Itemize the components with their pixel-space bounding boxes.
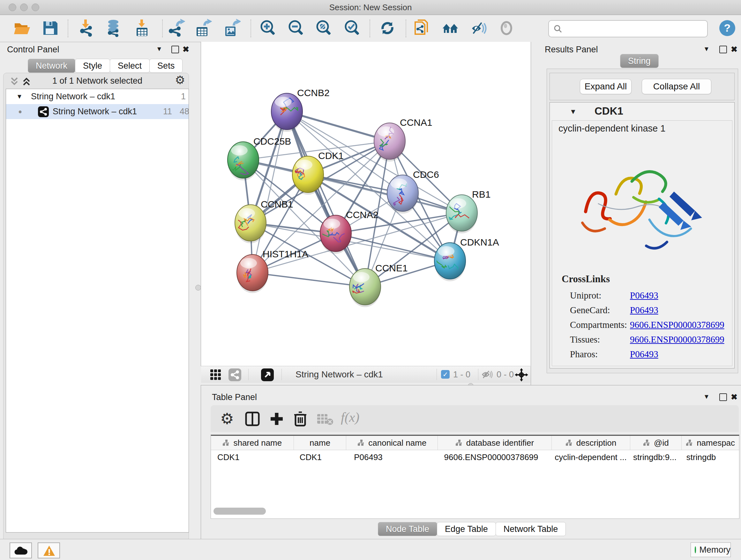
zoom-fit-icon[interactable] <box>314 19 333 37</box>
tab-network[interactable]: Network <box>28 59 75 73</box>
svg-text:CCNA1: CCNA1 <box>400 117 432 128</box>
zoom-selected-icon[interactable] <box>343 19 361 37</box>
pharos-link[interactable]: P06493 <box>630 349 658 359</box>
left-splitter-handle[interactable] <box>195 285 201 291</box>
warnings-button[interactable] <box>38 543 60 558</box>
export-network-icon[interactable] <box>166 19 185 37</box>
table-panel-close-icon[interactable]: ✖ <box>731 392 738 401</box>
crosslink-row: Compartments:9606.ENSP00000378699 <box>570 317 724 332</box>
search-input[interactable] <box>548 20 708 37</box>
memory-label: Memory <box>699 545 731 555</box>
pan-crosshair-icon[interactable] <box>515 368 529 383</box>
gene-description: cyclin-dependent kinase 1 <box>558 123 665 134</box>
node-table: shared name name canonical name database… <box>211 435 739 519</box>
hidden-count: 0 - 0 <box>496 370 514 380</box>
crosslinks-title: CrossLinks <box>562 273 610 285</box>
tissues-link[interactable]: 9606.ENSP00000378699 <box>630 334 724 345</box>
network-share-icon[interactable] <box>228 368 241 382</box>
compartments-link[interactable]: 9606.ENSP00000378699 <box>630 320 724 330</box>
highlight-icon[interactable] <box>497 19 516 37</box>
delete-column-icon[interactable] <box>293 411 308 428</box>
control-panel-menu-icon[interactable]: ▼ <box>156 45 162 53</box>
zoom-in-icon[interactable] <box>259 19 277 37</box>
table-row[interactable]: CDK1 CDK1 P06493 9606.ENSP00000378699 cy… <box>211 450 739 464</box>
network-options-gear-icon[interactable]: ⚙ <box>175 73 185 87</box>
refresh-icon[interactable] <box>378 19 397 37</box>
column-header[interactable]: database identifier <box>438 436 552 450</box>
toolbar-separator <box>369 19 370 37</box>
network-row-selected[interactable]: ● String Network – cdk1 11 48 <box>6 104 189 119</box>
svg-text:?: ? <box>724 22 731 34</box>
selected-nodes-checkbox-icon[interactable]: ✓ <box>441 370 450 379</box>
column-header[interactable]: namespac <box>682 436 739 450</box>
help-icon[interactable]: ? <box>719 19 736 38</box>
column-header[interactable]: description <box>552 436 630 450</box>
control-panel-close-icon[interactable]: ✖ <box>183 45 189 54</box>
svg-text:HIST1H1A: HIST1H1A <box>263 249 308 259</box>
collapse-all-icon[interactable] <box>10 76 19 88</box>
share-document-icon[interactable] <box>413 19 431 37</box>
string-results-container: Expand All Collapse All ▼ CDK1 cyclin-de… <box>547 69 738 373</box>
import-network-icon[interactable] <box>77 19 96 37</box>
column-header[interactable]: name <box>294 436 347 450</box>
delete-table-icon <box>317 413 333 427</box>
show-columns-icon[interactable] <box>245 412 260 428</box>
toolbar-separator <box>406 19 406 37</box>
network-status-bar: String Network – cdk1 ✓ 1 - 0 0 - 0 <box>201 366 530 383</box>
tab-sets[interactable]: Sets <box>149 59 183 73</box>
add-column-icon[interactable] <box>269 412 284 428</box>
collapse-all-button[interactable]: Collapse All <box>642 79 711 94</box>
tab-style[interactable]: Style <box>75 59 110 73</box>
protein-structure-image <box>568 143 715 264</box>
results-panel-float-icon[interactable] <box>719 46 727 53</box>
column-header[interactable]: @id <box>630 436 682 450</box>
network-canvas[interactable]: CCNB2CCNA1CDC25BCDK1CDC6RB1CCNB1CCNA2CDK… <box>201 42 531 366</box>
table-settings-gear-icon[interactable]: ⚙ <box>220 410 234 428</box>
expand-all-button[interactable]: Expand All <box>580 79 631 94</box>
genecard-link[interactable]: P06493 <box>630 305 658 315</box>
horizontal-scrollbar[interactable] <box>213 508 266 515</box>
gene-expander-icon[interactable]: ▼ <box>569 108 577 116</box>
network-view-title: String Network – cdk1 <box>295 369 383 380</box>
tab-node-table[interactable]: Node Table <box>378 522 437 536</box>
first-neighbors-icon[interactable] <box>441 19 460 37</box>
zoom-out-icon[interactable] <box>286 19 305 37</box>
hidden-elements-eye-icon <box>482 370 493 380</box>
import-table-icon[interactable] <box>133 19 151 37</box>
network-edge-count: 48 <box>180 104 189 119</box>
import-network-database-icon[interactable] <box>104 19 123 37</box>
cloud-status-button[interactable] <box>10 543 32 558</box>
control-panel-float-icon[interactable] <box>172 46 179 53</box>
toolbar-separator <box>251 19 251 37</box>
crosslink-row: GeneCard:P06493 <box>570 303 724 317</box>
network-collection-row[interactable]: ▼ String Network – cdk1 1 <box>6 89 189 104</box>
column-header[interactable]: canonical name <box>346 436 438 450</box>
current-network-bullet-icon: ● <box>18 104 22 119</box>
open-session-icon[interactable] <box>13 19 31 37</box>
show-hide-graphics-icon[interactable] <box>469 19 488 37</box>
network-selection-status: 1 of 1 Network selected <box>38 76 156 86</box>
tab-edge-table[interactable]: Edge Table <box>437 522 496 536</box>
crosslink-row: Tissues:9606.ENSP00000378699 <box>570 332 724 347</box>
toolbar-separator <box>68 19 68 37</box>
column-header[interactable]: shared name <box>211 436 294 450</box>
tab-string[interactable]: String <box>620 54 659 68</box>
toolbar-separator <box>162 19 163 37</box>
tab-select[interactable]: Select <box>110 59 150 73</box>
cloud-icon <box>14 546 27 555</box>
table-panel-float-icon[interactable] <box>719 393 727 401</box>
results-panel-menu-icon[interactable]: ▼ <box>703 45 710 53</box>
save-session-icon[interactable] <box>41 19 59 37</box>
birds-eye-view-icon[interactable] <box>261 368 274 382</box>
results-panel-close-icon[interactable]: ✖ <box>731 45 738 54</box>
collection-expander-icon[interactable]: ▼ <box>16 89 23 104</box>
expand-all-icon[interactable] <box>22 76 31 88</box>
table-panel-menu-icon[interactable]: ▼ <box>703 393 710 400</box>
gene-result-card: ▼ CDK1 cyclin-dependent kinase 1 <box>549 102 735 368</box>
export-table-icon[interactable] <box>193 19 212 37</box>
grid-view-icon[interactable] <box>210 369 221 382</box>
memory-button[interactable]: Memory <box>690 543 731 557</box>
export-image-icon[interactable] <box>222 19 241 37</box>
uniprot-link[interactable]: P06493 <box>630 290 658 300</box>
tab-network-table[interactable]: Network Table <box>495 522 566 536</box>
